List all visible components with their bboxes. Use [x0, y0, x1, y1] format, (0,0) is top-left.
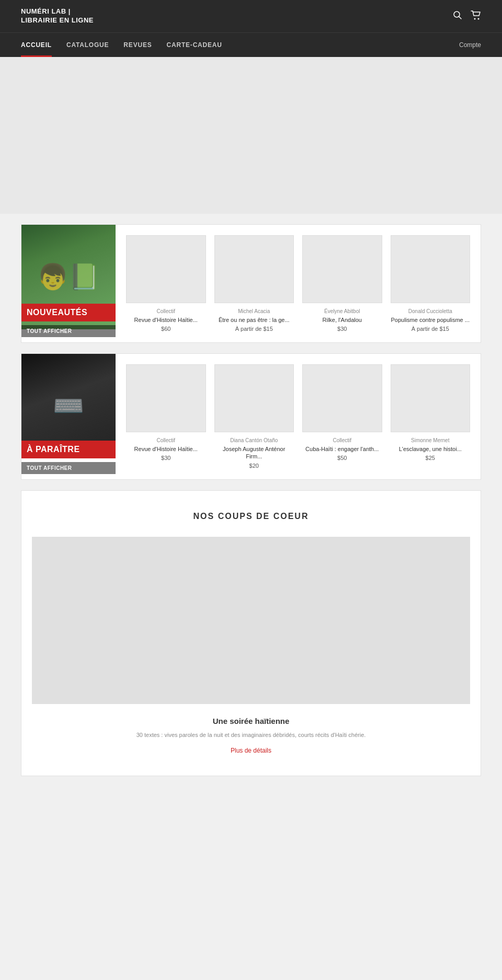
- coups-book-title: Une soirée haïtienne: [32, 717, 470, 725]
- paraite-book-cover-1: [214, 364, 294, 432]
- cart-icon[interactable]: [471, 10, 481, 22]
- paraite-book-author-1: Diana Cantón Otaño: [230, 437, 278, 443]
- book-card-0[interactable]: Collectif Revue d'Histoire Haïtie... $60: [126, 235, 206, 332]
- book-author-2: Évelyne Abitbol: [324, 308, 360, 314]
- paraite-section: ⌨️ À PARAÎTRE TOUT AFFICHER Collectif Re…: [21, 353, 481, 480]
- coups-title: NOS COUPS DE COEUR: [32, 512, 470, 521]
- header-icons: [453, 10, 481, 22]
- nav-item-catalogue[interactable]: CATALOGUE: [66, 33, 109, 57]
- book-author-1: Michel Acacia: [238, 308, 270, 314]
- book-card-2[interactable]: Évelyne Abitbol Rilke, l'Andalou $30: [302, 235, 382, 332]
- main-content: 👦📗 NOUVEAUTÉS TOUT AFFICHER Collectif Re…: [0, 214, 502, 797]
- paraite-banner: ⌨️ À PARAÎTRE TOUT AFFICHER: [21, 354, 116, 479]
- book-cover-1: [214, 235, 294, 303]
- paraite-book-card-2[interactable]: Collectif Cuba-Haïti : engager l'anth...…: [302, 364, 382, 461]
- paraite-label: À PARAÎTRE: [21, 441, 116, 458]
- book-card-1[interactable]: Michel Acacia Être ou ne pas être : la g…: [214, 235, 294, 332]
- nav-item-accueil[interactable]: ACCUEIL: [21, 33, 52, 57]
- book-cover-3: [391, 235, 471, 303]
- hero-banner: [0, 57, 502, 214]
- paraite-book-author-0: Collectif: [156, 437, 175, 443]
- book-price-0: $60: [161, 326, 170, 332]
- paraite-book-price-3: $25: [426, 455, 435, 461]
- coups-description: 30 textes : vives paroles de la nuit et …: [120, 731, 382, 740]
- account-link[interactable]: Compte: [459, 41, 481, 49]
- coups-details-link[interactable]: Plus de détails: [231, 747, 271, 754]
- book-price-3: À partir de $15: [412, 326, 449, 332]
- paraite-book-cover-0: [126, 364, 206, 432]
- paraite-book-card-3[interactable]: Simonne Mernet L'esclavage, une histoi..…: [391, 364, 471, 461]
- nav-items: ACCUEIL CATALOGUE REVUES CARTE-CADEAU: [21, 33, 459, 57]
- children-reading-icon: 👦📗: [37, 262, 100, 292]
- nouveautes-banner: 👦📗 NOUVEAUTÉS TOUT AFFICHER: [21, 225, 116, 342]
- paraite-books-grid: Collectif Revue d'Histoire Haïtie... $30…: [116, 354, 481, 479]
- book-title-1: Être ou ne pas être : la ge...: [219, 316, 290, 324]
- header: NUMÉRI LAB | LIBRAIRIE EN LIGNE: [0, 0, 502, 32]
- book-title-3: Populisme contre populisme ...: [391, 316, 470, 324]
- typewriter-icon: ⌨️: [53, 391, 84, 421]
- search-icon[interactable]: [453, 10, 462, 22]
- svg-line-1: [459, 16, 462, 19]
- paraite-book-title-0: Revue d'Histoire Haïtie...: [134, 445, 198, 453]
- nouveautes-section: 👦📗 NOUVEAUTÉS TOUT AFFICHER Collectif Re…: [21, 224, 481, 343]
- book-cover-2: [302, 235, 382, 303]
- svg-point-2: [474, 18, 476, 19]
- paraite-book-cover-3: [391, 364, 471, 432]
- book-author-3: Donald Cuccioletta: [408, 308, 452, 314]
- navigation: ACCUEIL CATALOGUE REVUES CARTE-CADEAU Co…: [0, 32, 502, 57]
- paraite-book-title-3: L'esclavage, une histoi...: [399, 445, 462, 453]
- paraite-book-price-0: $30: [161, 455, 170, 461]
- paraite-book-title-1: Joseph Auguste Anténor Firm...: [214, 445, 294, 460]
- coups-book-image: [32, 537, 470, 704]
- paraite-book-price-1: $20: [249, 463, 259, 469]
- nav-item-revues[interactable]: REVUES: [123, 33, 152, 57]
- nouveautes-show-all[interactable]: TOUT AFFICHER: [21, 325, 116, 337]
- nav-item-carte-cadeau[interactable]: CARTE-CADEAU: [167, 33, 222, 57]
- paraite-book-price-2: $50: [337, 455, 347, 461]
- paraite-book-card-1[interactable]: Diana Cantón Otaño Joseph Auguste Anténo…: [214, 364, 294, 469]
- paraite-book-author-3: Simonne Mernet: [411, 437, 449, 443]
- coups-section: NOS COUPS DE COEUR Une soirée haïtienne …: [21, 490, 481, 777]
- book-price-1: À partir de $15: [235, 326, 273, 332]
- paraite-book-cover-2: [302, 364, 382, 432]
- book-author-0: Collectif: [156, 308, 175, 314]
- nouveautes-label: NOUVEAUTÉS: [21, 304, 116, 321]
- paraite-show-all[interactable]: TOUT AFFICHER: [21, 462, 116, 474]
- book-title-0: Revue d'Histoire Haïtie...: [134, 316, 198, 324]
- book-price-2: $30: [337, 326, 347, 332]
- paraite-book-title-2: Cuba-Haïti : engager l'anth...: [305, 445, 379, 453]
- book-card-3[interactable]: Donald Cuccioletta Populisme contre popu…: [391, 235, 471, 332]
- paraite-book-card-0[interactable]: Collectif Revue d'Histoire Haïtie... $30: [126, 364, 206, 461]
- site-logo[interactable]: NUMÉRI LAB | LIBRAIRIE EN LIGNE: [21, 7, 105, 25]
- paraite-book-author-2: Collectif: [333, 437, 351, 443]
- book-title-2: Rilke, l'Andalou: [323, 316, 362, 324]
- svg-point-3: [478, 18, 480, 19]
- nouveautes-books-grid: Collectif Revue d'Histoire Haïtie... $60…: [116, 225, 481, 342]
- book-cover-0: [126, 235, 206, 303]
